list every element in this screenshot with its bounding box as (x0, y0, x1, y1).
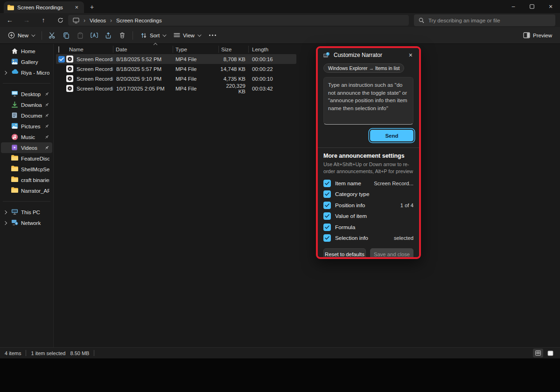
breadcrumb[interactable]: › Videos › Screen Recordings (68, 15, 409, 26)
sidebar-item-network[interactable]: Network (1, 217, 52, 228)
setting-selection-info[interactable]: Selection info selected (323, 233, 413, 244)
status-divider (26, 350, 26, 356)
sidebar-item-this-pc[interactable]: This PC (1, 207, 52, 217)
file-row-3[interactable]: Screen Recording 20... 8/20/2025 9:10 PM… (56, 74, 296, 84)
checkbox-checked[interactable] (323, 202, 331, 209)
paste-button[interactable] (73, 29, 87, 42)
up-button[interactable]: ↑ (36, 14, 50, 26)
column-header-date[interactable]: Date (113, 47, 173, 52)
checkbox-checked[interactable] (323, 224, 331, 231)
reset-to-defaults-button[interactable]: Reset to defaults (323, 248, 366, 257)
setting-category-type[interactable]: Category type (323, 189, 413, 200)
forward-button[interactable]: → (20, 14, 34, 26)
pin-icon (44, 145, 49, 150)
maximize-button[interactable] (523, 0, 541, 13)
preview-button[interactable]: Preview (519, 29, 556, 42)
file-row-4[interactable]: Screen Recording 20... 10/17/2025 2:05 P… (56, 84, 296, 93)
column-header-type[interactable]: Type (173, 47, 218, 52)
copy-button[interactable] (59, 29, 73, 42)
sort-button[interactable]: Sort (136, 29, 169, 42)
context-pill: Windows Explorer → Items in list (323, 63, 404, 73)
section-title: More announcement settings (323, 153, 413, 159)
selection-count: 1 item selected (31, 350, 65, 356)
select-all-checkbox[interactable] (58, 46, 59, 53)
delete-button[interactable] (115, 29, 129, 42)
new-button[interactable]: New (4, 29, 38, 42)
column-divider[interactable] (218, 46, 219, 53)
sidebar-item-home[interactable]: Home (1, 46, 52, 56)
send-button[interactable]: Send (370, 130, 413, 141)
status-bar: 4 items 1 item selected 8.50 MB (0, 347, 560, 358)
breadcrumb-screen-recordings[interactable]: Screen Recordings (116, 18, 162, 23)
close-button[interactable]: × (541, 0, 560, 13)
breadcrumb-videos[interactable]: Videos (90, 18, 106, 23)
checkbox-checked[interactable] (323, 234, 331, 242)
new-button-label: New (18, 33, 28, 38)
search-box[interactable] (414, 14, 555, 26)
minimize-button[interactable]: – (504, 0, 523, 13)
back-button[interactable]: ← (3, 14, 17, 26)
checkbox-checked[interactable] (323, 180, 331, 187)
chevron-right-icon[interactable] (3, 210, 7, 214)
thumbnail-view-button[interactable] (545, 349, 555, 357)
sidebar-item-shellmcpservers[interactable]: ShellMcpServers (1, 164, 52, 175)
share-button[interactable] (101, 29, 115, 42)
pin-icon (44, 91, 49, 97)
narrator-dialog-highlight: Customize Narrator × Windows Explorer → … (316, 46, 421, 259)
item-count: 4 items (5, 350, 21, 356)
column-divider[interactable] (113, 46, 113, 53)
chevron-down-icon (197, 33, 201, 36)
view-button[interactable]: View (169, 29, 204, 42)
home-icon (11, 48, 19, 55)
sidebar-item-documents[interactable]: Documents (1, 110, 52, 121)
column-header-length[interactable]: Length (247, 47, 296, 52)
sidebar-item-gallery[interactable]: Gallery (1, 56, 52, 67)
save-and-close-button[interactable]: Save and close (370, 248, 413, 257)
search-icon (418, 17, 425, 24)
row-checkbox-checked[interactable] (58, 56, 65, 63)
sidebar-item-downloads[interactable]: Downloads (1, 99, 52, 110)
sidebar-item-videos[interactable]: Videos (1, 142, 52, 153)
setting-formula[interactable]: Formula (323, 222, 413, 233)
sidebar-item-desktop[interactable]: Desktop (1, 89, 52, 99)
file-date: 8/18/2025 5:57 PM (113, 66, 173, 72)
breadcrumb-chevron-icon: › (84, 17, 85, 24)
view-button-label: View (183, 33, 195, 38)
search-input[interactable] (428, 18, 551, 23)
sidebar-item-music[interactable]: Music (1, 132, 52, 142)
chevron-right-icon[interactable] (3, 221, 7, 225)
tab-close-icon[interactable]: × (73, 4, 80, 11)
sidebar-item-narrator-arm[interactable]: Narrator_ARM_281 (1, 185, 52, 196)
column-divider[interactable] (248, 46, 249, 53)
file-type: MP4 File (173, 76, 218, 82)
instruction-input[interactable] (323, 77, 413, 125)
sidebar-item-featurediscoverability[interactable]: FeatureDiscoverabil (1, 153, 52, 164)
setting-item-name[interactable]: Item name Screen Record... (323, 178, 413, 189)
column-divider[interactable] (173, 46, 173, 53)
sidebar-item-craft-binaries[interactable]: craft binaries (1, 175, 52, 185)
refresh-button[interactable] (53, 14, 67, 26)
new-tab-button[interactable]: + (88, 3, 96, 11)
sidebar-item-onedrive[interactable]: Riya - Microsoft (1, 67, 52, 78)
checkbox-checked[interactable] (323, 190, 331, 198)
checkbox-checked[interactable] (323, 212, 331, 220)
file-row-1[interactable]: Screen Recording 20... 8/18/2025 5:52 PM… (56, 54, 296, 64)
rename-button[interactable] (87, 29, 101, 42)
setting-value-of-item[interactable]: Value of item (323, 211, 413, 222)
more-options-button[interactable] (204, 35, 221, 36)
chevron-right-icon[interactable] (3, 71, 7, 75)
column-header-name[interactable]: Name (66, 47, 113, 52)
dialog-close-icon[interactable]: × (407, 51, 414, 59)
setting-position-info[interactable]: Position info 1 of 4 (323, 200, 413, 211)
explorer-window: Screen Recordings × + – × ← → ↑ › Video (0, 0, 560, 358)
toolbar-divider (42, 31, 42, 40)
file-date: 10/17/2025 2:05 PM (113, 86, 173, 91)
file-list-header: Name Date Type Size Length (56, 45, 296, 54)
network-icon (11, 219, 19, 227)
file-row-2[interactable]: Screen Recording 20... 8/18/2025 5:57 PM… (56, 64, 296, 74)
sidebar-item-pictures[interactable]: Pictures (1, 121, 52, 132)
tab-screen-recordings[interactable]: Screen Recordings × (4, 1, 84, 13)
cut-button[interactable] (45, 29, 59, 42)
column-header-size[interactable]: Size (218, 47, 247, 52)
details-view-button[interactable] (533, 349, 543, 357)
